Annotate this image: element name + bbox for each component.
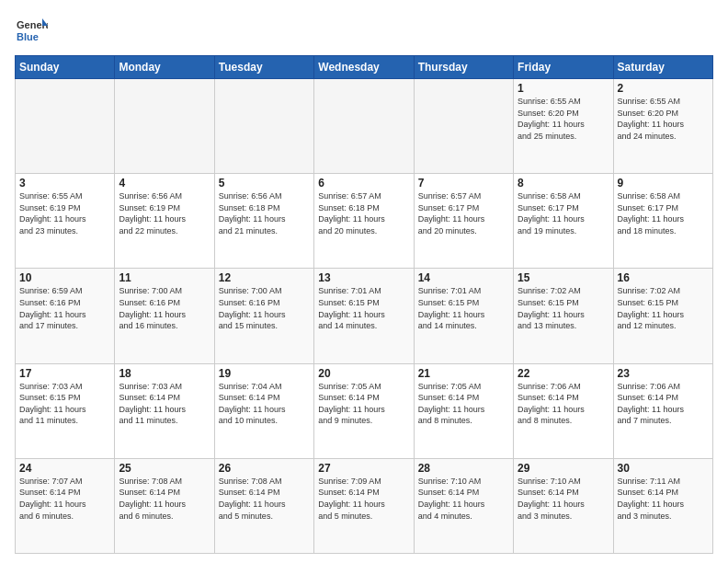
calendar-cell: 23Sunrise: 7:06 AM Sunset: 6:14 PM Dayli… bbox=[613, 363, 712, 458]
day-info: Sunrise: 7:06 AM Sunset: 6:14 PM Dayligh… bbox=[518, 381, 609, 427]
day-number: 4 bbox=[119, 177, 210, 190]
day-info: Sunrise: 6:58 AM Sunset: 6:17 PM Dayligh… bbox=[518, 190, 609, 236]
day-number: 9 bbox=[618, 177, 709, 190]
day-info: Sunrise: 7:02 AM Sunset: 6:15 PM Dayligh… bbox=[618, 285, 709, 331]
weekday-header-sunday: Sunday bbox=[16, 56, 115, 79]
weekday-header-friday: Friday bbox=[514, 56, 613, 79]
day-number: 27 bbox=[318, 462, 409, 475]
day-info: Sunrise: 7:01 AM Sunset: 6:15 PM Dayligh… bbox=[318, 285, 409, 331]
day-info: Sunrise: 6:56 AM Sunset: 6:19 PM Dayligh… bbox=[119, 190, 210, 236]
day-number: 15 bbox=[518, 271, 609, 284]
calendar-cell: 26Sunrise: 7:08 AM Sunset: 6:14 PM Dayli… bbox=[214, 458, 313, 553]
calendar-cell: 8Sunrise: 6:58 AM Sunset: 6:17 PM Daylig… bbox=[514, 174, 613, 269]
calendar-week-row: 3Sunrise: 6:55 AM Sunset: 6:19 PM Daylig… bbox=[16, 174, 713, 269]
weekday-header-thursday: Thursday bbox=[414, 56, 513, 79]
calendar-cell: 17Sunrise: 7:03 AM Sunset: 6:15 PM Dayli… bbox=[16, 363, 115, 458]
day-info: Sunrise: 6:56 AM Sunset: 6:18 PM Dayligh… bbox=[219, 190, 310, 236]
day-info: Sunrise: 6:55 AM Sunset: 6:20 PM Dayligh… bbox=[618, 96, 709, 142]
weekday-header-row: SundayMondayTuesdayWednesdayThursdayFrid… bbox=[16, 56, 713, 79]
calendar-cell: 2Sunrise: 6:55 AM Sunset: 6:20 PM Daylig… bbox=[613, 79, 712, 174]
day-number: 17 bbox=[19, 367, 110, 380]
day-info: Sunrise: 7:07 AM Sunset: 6:14 PM Dayligh… bbox=[19, 476, 110, 522]
day-number: 14 bbox=[418, 271, 509, 284]
calendar-cell: 13Sunrise: 7:01 AM Sunset: 6:15 PM Dayli… bbox=[314, 269, 414, 363]
day-info: Sunrise: 7:04 AM Sunset: 6:14 PM Dayligh… bbox=[219, 381, 310, 427]
weekday-header-saturday: Saturday bbox=[613, 56, 712, 79]
header: General Blue bbox=[15, 15, 713, 48]
calendar-cell: 12Sunrise: 7:00 AM Sunset: 6:16 PM Dayli… bbox=[214, 269, 313, 363]
day-info: Sunrise: 6:58 AM Sunset: 6:17 PM Dayligh… bbox=[618, 190, 709, 236]
day-info: Sunrise: 7:01 AM Sunset: 6:15 PM Dayligh… bbox=[418, 285, 509, 331]
day-number: 11 bbox=[119, 271, 210, 284]
calendar-cell bbox=[214, 79, 313, 174]
calendar-cell: 28Sunrise: 7:10 AM Sunset: 6:14 PM Dayli… bbox=[414, 458, 513, 553]
calendar-cell: 16Sunrise: 7:02 AM Sunset: 6:15 PM Dayli… bbox=[613, 269, 712, 363]
logo: General Blue bbox=[15, 15, 48, 48]
calendar-week-row: 10Sunrise: 6:59 AM Sunset: 6:16 PM Dayli… bbox=[16, 269, 713, 363]
day-info: Sunrise: 7:02 AM Sunset: 6:15 PM Dayligh… bbox=[518, 285, 609, 331]
calendar-cell: 18Sunrise: 7:03 AM Sunset: 6:14 PM Dayli… bbox=[115, 363, 214, 458]
day-number: 30 bbox=[618, 462, 709, 475]
calendar-week-row: 24Sunrise: 7:07 AM Sunset: 6:14 PM Dayli… bbox=[16, 458, 713, 553]
day-info: Sunrise: 7:00 AM Sunset: 6:16 PM Dayligh… bbox=[219, 285, 310, 331]
calendar-cell: 22Sunrise: 7:06 AM Sunset: 6:14 PM Dayli… bbox=[514, 363, 613, 458]
calendar-cell: 6Sunrise: 6:57 AM Sunset: 6:18 PM Daylig… bbox=[314, 174, 414, 269]
day-number: 28 bbox=[418, 462, 509, 475]
day-info: Sunrise: 6:55 AM Sunset: 6:20 PM Dayligh… bbox=[518, 96, 609, 142]
day-info: Sunrise: 7:03 AM Sunset: 6:14 PM Dayligh… bbox=[119, 381, 210, 427]
calendar-cell: 29Sunrise: 7:10 AM Sunset: 6:14 PM Dayli… bbox=[514, 458, 613, 553]
day-number: 25 bbox=[119, 462, 210, 475]
calendar-table: SundayMondayTuesdayWednesdayThursdayFrid… bbox=[15, 55, 713, 554]
day-number: 2 bbox=[618, 82, 709, 95]
day-number: 18 bbox=[119, 367, 210, 380]
calendar-week-row: 17Sunrise: 7:03 AM Sunset: 6:15 PM Dayli… bbox=[16, 363, 713, 458]
calendar-cell: 24Sunrise: 7:07 AM Sunset: 6:14 PM Dayli… bbox=[16, 458, 115, 553]
day-number: 5 bbox=[219, 177, 310, 190]
page: General Blue SundayMondayTuesdayWednesda… bbox=[0, 0, 728, 563]
day-info: Sunrise: 7:10 AM Sunset: 6:14 PM Dayligh… bbox=[518, 476, 609, 522]
calendar-cell: 10Sunrise: 6:59 AM Sunset: 6:16 PM Dayli… bbox=[16, 269, 115, 363]
day-info: Sunrise: 7:00 AM Sunset: 6:16 PM Dayligh… bbox=[119, 285, 210, 331]
calendar-cell: 25Sunrise: 7:08 AM Sunset: 6:14 PM Dayli… bbox=[115, 458, 214, 553]
calendar-cell: 15Sunrise: 7:02 AM Sunset: 6:15 PM Dayli… bbox=[514, 269, 613, 363]
day-number: 10 bbox=[19, 271, 110, 284]
svg-text:Blue: Blue bbox=[17, 31, 39, 42]
day-info: Sunrise: 7:10 AM Sunset: 6:14 PM Dayligh… bbox=[418, 476, 509, 522]
calendar-cell: 1Sunrise: 6:55 AM Sunset: 6:20 PM Daylig… bbox=[514, 79, 613, 174]
calendar-cell: 21Sunrise: 7:05 AM Sunset: 6:14 PM Dayli… bbox=[414, 363, 513, 458]
day-number: 21 bbox=[418, 367, 509, 380]
day-number: 20 bbox=[318, 367, 409, 380]
weekday-header-wednesday: Wednesday bbox=[314, 56, 414, 79]
calendar-cell: 4Sunrise: 6:56 AM Sunset: 6:19 PM Daylig… bbox=[115, 174, 214, 269]
day-info: Sunrise: 7:08 AM Sunset: 6:14 PM Dayligh… bbox=[119, 476, 210, 522]
day-number: 23 bbox=[618, 367, 709, 380]
day-info: Sunrise: 7:05 AM Sunset: 6:14 PM Dayligh… bbox=[318, 381, 409, 427]
day-number: 26 bbox=[219, 462, 310, 475]
day-info: Sunrise: 6:57 AM Sunset: 6:18 PM Dayligh… bbox=[318, 190, 409, 236]
day-number: 7 bbox=[418, 177, 509, 190]
calendar-cell bbox=[16, 79, 115, 174]
day-info: Sunrise: 7:09 AM Sunset: 6:14 PM Dayligh… bbox=[318, 476, 409, 522]
day-number: 29 bbox=[518, 462, 609, 475]
calendar-cell: 7Sunrise: 6:57 AM Sunset: 6:17 PM Daylig… bbox=[414, 174, 513, 269]
calendar-cell: 9Sunrise: 6:58 AM Sunset: 6:17 PM Daylig… bbox=[613, 174, 712, 269]
calendar-cell: 14Sunrise: 7:01 AM Sunset: 6:15 PM Dayli… bbox=[414, 269, 513, 363]
calendar-cell: 5Sunrise: 6:56 AM Sunset: 6:18 PM Daylig… bbox=[214, 174, 313, 269]
day-info: Sunrise: 7:05 AM Sunset: 6:14 PM Dayligh… bbox=[418, 381, 509, 427]
day-number: 12 bbox=[219, 271, 310, 284]
calendar-cell bbox=[414, 79, 513, 174]
day-info: Sunrise: 7:03 AM Sunset: 6:15 PM Dayligh… bbox=[19, 381, 110, 427]
calendar-week-row: 1Sunrise: 6:55 AM Sunset: 6:20 PM Daylig… bbox=[16, 79, 713, 174]
logo-svg: General Blue bbox=[15, 15, 48, 48]
calendar-cell bbox=[314, 79, 414, 174]
day-number: 8 bbox=[518, 177, 609, 190]
day-number: 6 bbox=[318, 177, 409, 190]
day-info: Sunrise: 6:59 AM Sunset: 6:16 PM Dayligh… bbox=[19, 285, 110, 331]
calendar-cell: 11Sunrise: 7:00 AM Sunset: 6:16 PM Dayli… bbox=[115, 269, 214, 363]
day-info: Sunrise: 7:06 AM Sunset: 6:14 PM Dayligh… bbox=[618, 381, 709, 427]
day-info: Sunrise: 6:55 AM Sunset: 6:19 PM Dayligh… bbox=[19, 190, 110, 236]
day-number: 1 bbox=[518, 82, 609, 95]
day-number: 22 bbox=[518, 367, 609, 380]
day-number: 24 bbox=[19, 462, 110, 475]
calendar-cell: 3Sunrise: 6:55 AM Sunset: 6:19 PM Daylig… bbox=[16, 174, 115, 269]
